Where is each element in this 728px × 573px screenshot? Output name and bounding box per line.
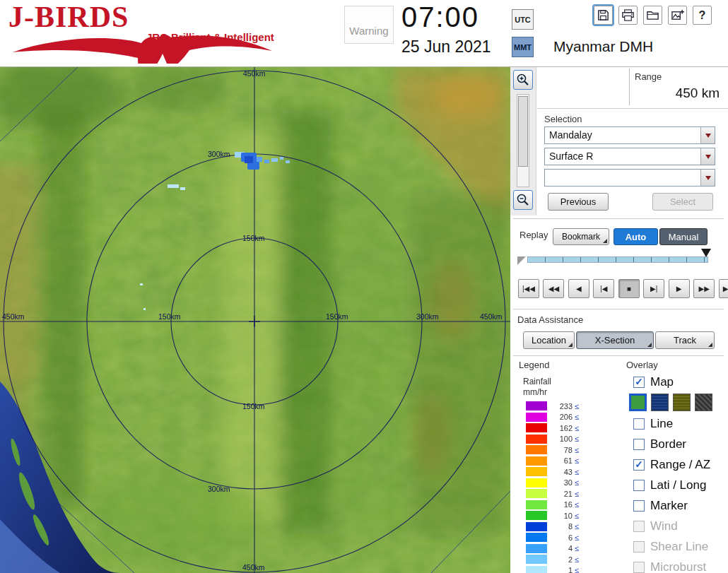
overlay-item-label: Lati / Long <box>650 478 706 492</box>
range-label: Range <box>635 71 662 82</box>
lte-symbol: ≤ <box>575 544 579 553</box>
utc-button[interactable]: UTC <box>512 9 534 30</box>
overlay-item-label: Shear Line <box>650 540 708 554</box>
transport-button[interactable]: ▶| <box>643 279 664 298</box>
transport-button[interactable]: ◀ <box>568 279 589 298</box>
map-color-swatch[interactable] <box>651 394 669 411</box>
zoom-in-button[interactable] <box>513 70 533 90</box>
legend-value: 10 <box>553 512 573 520</box>
product-dropdown[interactable]: Surface R <box>544 148 715 165</box>
help-button[interactable]: ? <box>693 6 712 25</box>
overlay-item-label: Wind <box>650 519 678 533</box>
overlay-item[interactable]: Map <box>633 375 674 389</box>
map-checkbox[interactable] <box>633 377 645 388</box>
legend-row: 16≤ <box>526 500 579 511</box>
site-dropdown[interactable]: Mandalay <box>544 126 715 144</box>
legend-color-swatch <box>526 413 547 422</box>
replay-auto-button[interactable]: Auto <box>613 228 658 245</box>
previous-button[interactable]: Previous <box>548 193 609 211</box>
overlay-item[interactable]: Marker <box>633 499 688 513</box>
data-assistance-label: Data Assistance <box>517 314 583 325</box>
lte-symbol: ≤ <box>575 500 579 509</box>
legend-row: 162≤ <box>526 423 579 434</box>
marker-checkbox[interactable] <box>633 500 645 512</box>
assist-button-track[interactable]: Track <box>655 331 715 349</box>
shear-line-checkbox <box>633 541 645 553</box>
station-name: Myanmar DMH <box>553 38 653 55</box>
zoom-strip <box>510 67 536 215</box>
ring-label: 450km <box>2 312 25 321</box>
zoom-out-icon <box>516 193 530 207</box>
transport-button[interactable]: ▶▶ <box>693 279 715 298</box>
map-color-swatch[interactable] <box>673 394 691 411</box>
bookmark-button[interactable]: Bookmark <box>553 228 609 245</box>
separator <box>513 309 724 309</box>
separator <box>629 69 630 105</box>
overlay-item[interactable]: Range / AZ <box>633 458 710 472</box>
lte-symbol: ≤ <box>575 468 579 476</box>
lte-symbol: ≤ <box>575 446 579 454</box>
replay-manual-button[interactable]: Manual <box>659 228 708 245</box>
print-button[interactable] <box>618 6 638 25</box>
lati-long-checkbox[interactable] <box>633 480 645 491</box>
lte-symbol: ≤ <box>575 413 579 421</box>
lte-symbol: ≤ <box>575 424 579 432</box>
overlay-item[interactable]: Border <box>633 437 686 451</box>
overlay-item-label: Map <box>650 375 674 389</box>
chevron-down-icon[interactable] <box>700 170 715 186</box>
transport-button[interactable]: ◀◀ <box>543 279 564 298</box>
range-az-checkbox[interactable] <box>633 459 645 471</box>
legend-row: 4≤ <box>526 543 579 555</box>
overlay-item[interactable]: Lati / Long <box>633 478 706 492</box>
export-image-button[interactable] <box>668 6 687 25</box>
zoom-scrollbar[interactable] <box>517 94 529 187</box>
legend-value: 2 <box>553 555 573 564</box>
legend-value: 100 <box>553 435 573 443</box>
legend-label: Legend <box>519 360 549 370</box>
legend-row: 206≤ <box>526 412 579 423</box>
map-color-swatch[interactable] <box>629 394 647 411</box>
legend-value: 162 <box>553 424 573 432</box>
overlay-item-label: Line <box>650 417 673 431</box>
legend-color-swatch <box>526 423 547 432</box>
legend-unit-line1: Rainfall <box>523 377 551 386</box>
chevron-down-icon[interactable] <box>700 127 715 143</box>
transport-button[interactable]: ▶ <box>669 279 690 298</box>
option-dropdown-value <box>545 170 700 186</box>
zoom-scrollbar-thumb[interactable] <box>518 96 528 167</box>
zoom-out-button[interactable] <box>513 190 533 210</box>
legend-color-swatch <box>526 456 547 466</box>
mmt-button[interactable]: MMT <box>512 37 534 57</box>
assist-button-xsection[interactable]: X-Section <box>576 331 654 349</box>
transport-button[interactable]: ■ <box>618 279 640 298</box>
legend-value: 233 <box>553 402 573 410</box>
overlay-item[interactable]: Line <box>633 417 673 431</box>
lte-symbol: ≤ <box>575 555 579 564</box>
legend-row: 100≤ <box>526 434 579 445</box>
legend-value: 4 <box>553 544 573 553</box>
save-button[interactable] <box>594 6 613 25</box>
radar-map-canvas: 450km 300km 150km 150km 300km 450km 450k… <box>0 67 510 573</box>
transport-button[interactable]: ▶▶| <box>719 279 728 298</box>
warning-status[interactable]: Warning <box>344 6 394 44</box>
replay-position-marker[interactable] <box>701 249 711 257</box>
line-checkbox[interactable] <box>633 418 645 430</box>
replay-timeline-slider[interactable] <box>527 256 708 263</box>
radar-map[interactable]: 450km 300km 150km 150km 300km 450km 450k… <box>0 67 510 573</box>
range-value: 450 km <box>635 85 720 101</box>
select-button[interactable]: Select <box>652 193 713 211</box>
chevron-down-icon[interactable] <box>700 148 715 165</box>
ring-label: 300km <box>416 312 439 321</box>
legend-color-swatch <box>526 555 547 564</box>
assist-button-location[interactable]: Location <box>523 331 575 349</box>
legend-value: 206 <box>553 413 573 421</box>
transport-button[interactable]: |◀◀ <box>518 279 539 298</box>
map-color-swatch[interactable] <box>695 394 712 411</box>
legend-color-swatch <box>526 435 547 444</box>
option-dropdown[interactable] <box>544 169 715 187</box>
legend-color-swatch <box>526 544 547 553</box>
legend-color-swatch <box>526 467 547 476</box>
transport-button[interactable]: |◀ <box>593 279 614 298</box>
border-checkbox[interactable] <box>633 439 645 450</box>
open-file-button[interactable] <box>643 6 662 25</box>
